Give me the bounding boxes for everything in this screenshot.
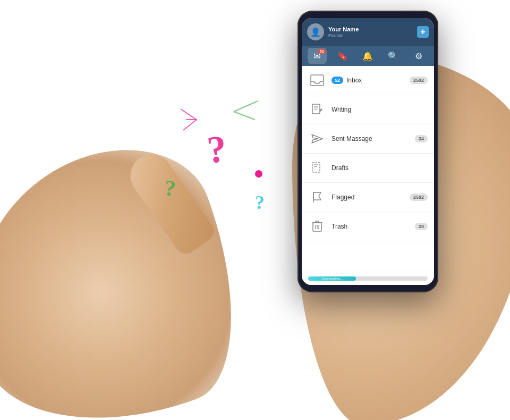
writing-label: Writing — [332, 106, 428, 113]
inbox-label: Inbox — [346, 77, 410, 84]
svg-line-1 — [183, 120, 197, 130]
tab-bell[interactable]: 🔔 — [358, 48, 377, 64]
svg-line-0 — [181, 109, 197, 120]
user-name: Your Name — [328, 26, 417, 33]
svg-line-4 — [234, 112, 255, 120]
phone-header: 👤 Your Name Position + — [302, 18, 434, 46]
bookmark-icon: 🔖 — [337, 51, 348, 61]
flagged-count: 2582 — [410, 194, 428, 201]
inbox-icon — [310, 74, 324, 86]
menu-item-inbox[interactable]: 52 Inbox 2582 — [302, 66, 434, 95]
inbox-total-count: 2582 — [410, 77, 428, 84]
flagged-label: Flagged — [332, 194, 410, 201]
drafts-label: Drafts — [332, 164, 428, 172]
scene: ? ? ? 👤 Your Name — [0, 0, 510, 420]
screen-content: 👤 Your Name Position + ✉ 52 — [302, 18, 434, 285]
inbox-count-badge: 52 — [332, 77, 343, 84]
sent-icon — [311, 133, 324, 145]
question-mark-teal: ? — [255, 191, 265, 214]
drafts-icon — [311, 162, 324, 174]
avatar: 👤 — [307, 23, 324, 40]
download-bar-fill: Downloading... — [308, 276, 356, 281]
menu-item-drafts[interactable]: Drafts — [302, 154, 434, 183]
download-bar-background: Downloading... — [308, 276, 428, 281]
menu-item-flagged[interactable]: Flagged 2582 — [302, 183, 434, 212]
add-button[interactable]: + — [417, 26, 429, 38]
settings-icon: ⚙ — [415, 51, 422, 61]
trash-icon — [311, 220, 323, 233]
user-info: Your Name Position — [328, 26, 417, 38]
svg-rect-10 — [312, 163, 320, 172]
menu-item-sent[interactable]: Sent Massage 34 — [302, 124, 434, 154]
menu-list: 52 Inbox 2582 — [302, 66, 434, 272]
trash-count: 28 — [415, 223, 428, 230]
user-position: Position — [328, 33, 417, 38]
tab-mail[interactable]: ✉ 52 — [308, 48, 327, 64]
phone: 👤 Your Name Position + ✉ 52 — [298, 11, 438, 292]
question-mark-pink: ? — [205, 127, 228, 173]
sent-label: Sent Massage — [332, 135, 415, 142]
sent-icon-wrap — [308, 130, 326, 148]
svg-rect-5 — [311, 75, 324, 86]
tab-bar: ✉ 52 🔖 🔔 🔍 ⚙ — [302, 46, 434, 66]
flagged-icon — [311, 191, 323, 204]
flagged-icon-wrap — [308, 188, 326, 206]
inbox-icon-wrap — [308, 71, 326, 89]
trash-icon-wrap — [308, 217, 326, 236]
search-icon: 🔍 — [388, 51, 398, 61]
writing-icon-wrap — [308, 100, 326, 119]
svg-rect-6 — [312, 104, 320, 114]
drafts-icon-wrap — [308, 159, 326, 177]
svg-line-3 — [234, 101, 258, 112]
tab-bookmark[interactable]: 🔖 — [333, 48, 352, 64]
mail-badge: 52 — [318, 49, 326, 54]
phone-screen: 👤 Your Name Position + ✉ 52 — [302, 18, 434, 285]
sparkle-lines-right — [228, 98, 260, 125]
download-bar-section: Downloading... — [302, 272, 434, 285]
trash-label: Trash — [332, 223, 415, 230]
question-mark-green: ? — [164, 175, 177, 201]
tab-search[interactable]: 🔍 — [384, 48, 403, 64]
menu-item-trash[interactable]: Trash 28 — [302, 212, 434, 241]
sparkle-dot-pink — [255, 170, 262, 178]
avatar-icon: 👤 — [310, 27, 321, 37]
tab-settings[interactable]: ⚙ — [409, 48, 428, 64]
bell-icon: 🔔 — [362, 51, 373, 61]
phone-body: 👤 Your Name Position + ✉ 52 — [298, 11, 438, 292]
writing-icon — [311, 103, 324, 116]
menu-item-writing[interactable]: Writing — [302, 95, 434, 124]
download-label: Downloading... — [321, 277, 343, 280]
sent-count: 34 — [415, 135, 428, 142]
